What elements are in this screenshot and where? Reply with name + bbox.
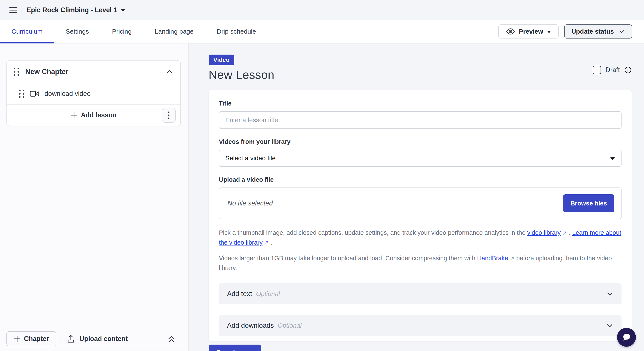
external-link-icon: ↗ bbox=[562, 229, 566, 237]
link-label: HandBrake bbox=[477, 255, 508, 262]
lesson-title: download video bbox=[44, 90, 90, 98]
caret-down-icon bbox=[121, 9, 126, 12]
collapse-all-icon[interactable] bbox=[167, 334, 176, 344]
topbar: Epic Rock Climbing - Level 1 bbox=[0, 0, 644, 20]
add-downloads-accordion[interactable]: Add downloads Optional bbox=[219, 315, 622, 336]
drag-handle-icon[interactable] bbox=[19, 90, 24, 98]
lesson-header: Video New Lesson Draft bbox=[208, 54, 632, 82]
save-lesson-button[interactable]: Save lesson bbox=[208, 344, 261, 351]
chevron-down-icon bbox=[618, 28, 625, 35]
draft-checkbox[interactable] bbox=[593, 66, 601, 74]
video-camera-icon bbox=[30, 90, 40, 98]
help-text: . bbox=[567, 229, 572, 236]
preview-button[interactable]: Preview bbox=[498, 24, 558, 38]
title-field-group: Title bbox=[219, 100, 622, 129]
chapter-footer: Add lesson bbox=[7, 104, 180, 126]
video-library-link[interactable]: video library↗ bbox=[527, 229, 567, 236]
page-title: New Lesson bbox=[208, 68, 274, 82]
sidebar-footer: Chapter Upload content bbox=[0, 327, 188, 350]
add-downloads-label: Add downloads bbox=[227, 322, 274, 330]
tabbar-actions: Preview Update status bbox=[498, 24, 644, 38]
optional-label: Optional bbox=[256, 290, 280, 298]
lesson-heading-group: Video New Lesson bbox=[208, 54, 274, 82]
handbrake-help-text: Videos larger than 1GB may take longer t… bbox=[219, 253, 622, 273]
add-chapter-label: Chapter bbox=[24, 335, 49, 343]
link-label: video library bbox=[527, 229, 560, 236]
tab-drip-schedule[interactable]: Drip schedule bbox=[205, 20, 268, 43]
chat-widget-button[interactable] bbox=[617, 328, 636, 347]
lesson-editor: Video New Lesson Draft Title Videos from… bbox=[189, 44, 644, 350]
add-text-accordion[interactable]: Add text Optional bbox=[219, 283, 622, 304]
help-text: Videos larger than 1GB may take longer t… bbox=[219, 255, 477, 262]
draft-toggle-group: Draft bbox=[593, 66, 632, 74]
plus-icon bbox=[70, 112, 78, 118]
course-title-dropdown[interactable]: Epic Rock Climbing - Level 1 bbox=[26, 6, 126, 14]
file-dropzone[interactable]: No file selected Browse files bbox=[219, 188, 622, 219]
chapter-card: New Chapter download video Add lesson bbox=[6, 60, 181, 126]
lesson-title-input[interactable] bbox=[219, 111, 622, 129]
caret-down-icon bbox=[547, 31, 551, 33]
video-library-label: Videos from your library bbox=[219, 138, 622, 145]
optional-label: Optional bbox=[278, 322, 302, 329]
tabbar: Curriculum Settings Pricing Landing page… bbox=[0, 20, 644, 44]
lesson-type-badge: Video bbox=[208, 54, 234, 65]
external-link-icon: ↗ bbox=[264, 239, 269, 247]
add-chapter-button[interactable]: Chapter bbox=[6, 331, 56, 346]
select-caret-icon bbox=[610, 157, 615, 160]
update-status-button[interactable]: Update status bbox=[564, 24, 632, 38]
menu-icon[interactable] bbox=[10, 7, 17, 13]
tab-landing-page[interactable]: Landing page bbox=[143, 20, 205, 43]
video-library-select-value: Select a video file bbox=[225, 154, 276, 162]
upload-field-group: Upload a video file No file selected Bro… bbox=[219, 176, 622, 219]
info-icon[interactable] bbox=[624, 66, 632, 74]
curriculum-sidebar: New Chapter download video Add lesson bbox=[0, 44, 189, 350]
chevron-down-icon bbox=[606, 322, 614, 329]
video-library-field-group: Videos from your library Select a video … bbox=[219, 138, 622, 167]
upload-content-label: Upload content bbox=[80, 335, 128, 343]
video-library-select[interactable]: Select a video file bbox=[219, 150, 622, 167]
chevron-down-icon bbox=[606, 290, 614, 298]
chapter-title: New Chapter bbox=[25, 68, 68, 76]
preview-label: Preview bbox=[519, 28, 543, 35]
lesson-form-card: Title Videos from your library Select a … bbox=[208, 90, 632, 341]
video-library-help-text: Pick a thumbnail image, add closed capti… bbox=[219, 228, 622, 248]
upload-icon bbox=[66, 334, 75, 344]
chevron-up-icon[interactable] bbox=[166, 68, 174, 76]
help-text: Pick a thumbnail image, add closed capti… bbox=[219, 229, 527, 236]
upload-content-button[interactable]: Upload content bbox=[66, 334, 128, 344]
chapter-header[interactable]: New Chapter bbox=[7, 60, 180, 83]
no-file-text: No file selected bbox=[228, 200, 273, 207]
eye-icon bbox=[506, 27, 515, 36]
add-lesson-button[interactable]: Add lesson bbox=[70, 111, 116, 119]
title-label: Title bbox=[219, 100, 622, 107]
help-text: . bbox=[269, 239, 272, 246]
chapter-menu-button[interactable] bbox=[162, 108, 176, 123]
chat-bubble-icon bbox=[621, 332, 632, 343]
lesson-item[interactable]: download video bbox=[7, 83, 180, 104]
tab-pricing[interactable]: Pricing bbox=[100, 20, 143, 43]
external-link-icon: ↗ bbox=[510, 254, 514, 263]
drag-handle-icon[interactable] bbox=[14, 68, 19, 76]
draft-label: Draft bbox=[606, 66, 620, 74]
handbrake-link[interactable]: HandBrake↗ bbox=[477, 255, 514, 262]
browse-files-button[interactable]: Browse files bbox=[563, 194, 614, 212]
add-lesson-label: Add lesson bbox=[81, 111, 116, 119]
tab-curriculum[interactable]: Curriculum bbox=[0, 20, 54, 43]
add-text-label: Add text bbox=[227, 290, 252, 298]
upload-label: Upload a video file bbox=[219, 176, 622, 183]
update-status-label: Update status bbox=[572, 28, 614, 35]
plus-icon bbox=[14, 336, 20, 342]
tab-settings[interactable]: Settings bbox=[54, 20, 100, 43]
course-title: Epic Rock Climbing - Level 1 bbox=[26, 6, 117, 14]
